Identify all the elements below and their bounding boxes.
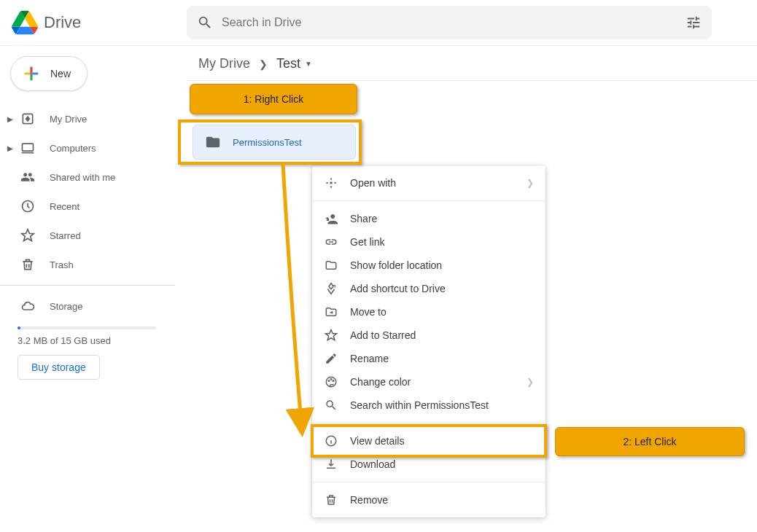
- storage-text: 3.2 MB of 15 GB used: [18, 335, 175, 346]
- search-input[interactable]: [222, 16, 686, 29]
- expand-icon: ▶: [7, 115, 16, 123]
- annotation-step1: 1: Right Click: [190, 84, 357, 114]
- menu-open-with[interactable]: Open with ❯: [312, 171, 546, 195]
- menu-share[interactable]: Share: [312, 207, 546, 230]
- move-icon: [324, 305, 338, 318]
- rename-icon: [324, 352, 338, 365]
- divider: [0, 285, 175, 286]
- star-icon: [19, 228, 36, 243]
- recent-icon: [19, 199, 36, 214]
- expand-icon: ▶: [7, 144, 16, 152]
- nav-label: Starred: [50, 230, 81, 241]
- breadcrumb-current[interactable]: Test ▼: [276, 56, 312, 71]
- sidebar-item-starred[interactable]: Starred: [0, 221, 175, 250]
- menu-label: Search within PermissionsTest: [350, 399, 489, 411]
- context-menu: Open with ❯ Share Get link Show folder l…: [312, 165, 546, 517]
- storage-bar: [18, 326, 156, 329]
- nav-label: Storage: [50, 301, 83, 312]
- search-icon: [197, 15, 213, 31]
- app-name: Drive: [44, 13, 81, 32]
- link-icon: [324, 235, 338, 249]
- chevron-right-icon: ❯: [527, 178, 534, 188]
- menu-label: Change color: [350, 376, 411, 388]
- new-button[interactable]: New: [10, 56, 88, 91]
- star-icon: [324, 329, 338, 342]
- chevron-down-icon: ▼: [305, 60, 312, 68]
- menu-divider: [312, 423, 546, 423]
- menu-divider: [312, 200, 546, 201]
- menu-add-starred[interactable]: Add to Starred: [312, 324, 546, 347]
- folder-icon: [324, 259, 338, 272]
- svg-point-4: [328, 380, 330, 382]
- main: My Drive ❯ Test ▼ PermissionsTest: [187, 46, 757, 81]
- new-button-label: New: [50, 68, 71, 79]
- my-drive-icon: [19, 112, 36, 126]
- menu-search-within[interactable]: Search within PermissionsTest: [312, 394, 546, 417]
- sidebar-item-trash[interactable]: Trash: [0, 250, 175, 279]
- trash-icon: [19, 257, 36, 272]
- nav-label: Trash: [50, 259, 74, 270]
- svg-point-5: [330, 379, 332, 380]
- trash-icon: [324, 493, 338, 506]
- menu-add-shortcut[interactable]: Add shortcut to Drive: [312, 277, 546, 300]
- logo-wrap[interactable]: Drive: [12, 9, 187, 36]
- menu-divider: [312, 482, 546, 482]
- info-icon: [324, 434, 338, 447]
- folder-icon: [205, 134, 221, 150]
- sidebar-item-computers[interactable]: ▶ Computers: [0, 133, 175, 163]
- svg-rect-1: [23, 144, 34, 151]
- sidebar-item-shared[interactable]: Shared with me: [0, 163, 175, 192]
- tune-icon[interactable]: [686, 15, 702, 31]
- search-bar[interactable]: [187, 6, 712, 39]
- menu-download[interactable]: Download: [312, 453, 546, 476]
- computers-icon: [19, 141, 36, 155]
- menu-label: Download: [350, 458, 395, 470]
- menu-rename[interactable]: Rename: [312, 347, 546, 370]
- menu-remove[interactable]: Remove: [312, 488, 546, 512]
- svg-point-6: [333, 380, 334, 382]
- menu-label: Rename: [350, 353, 389, 364]
- breadcrumb: My Drive ❯ Test ▼: [187, 56, 757, 81]
- cloud-icon: [19, 299, 36, 313]
- chevron-right-icon: ❯: [259, 58, 268, 70]
- menu-change-color[interactable]: Change color ❯: [312, 370, 546, 394]
- header: Drive: [0, 0, 757, 46]
- menu-label: Add shortcut to Drive: [350, 283, 446, 294]
- shared-icon: [19, 170, 36, 184]
- search-icon: [324, 399, 338, 412]
- menu-label: Share: [350, 213, 377, 224]
- shortcut-icon: [324, 282, 338, 295]
- menu-label: Move to: [350, 306, 387, 318]
- menu-get-link[interactable]: Get link: [312, 230, 546, 254]
- menu-view-details[interactable]: View details: [312, 429, 546, 453]
- palette-icon: [324, 375, 338, 388]
- menu-label: View details: [350, 435, 404, 447]
- plus-icon: [21, 63, 42, 84]
- menu-label: Add to Starred: [350, 329, 416, 341]
- folder-name: PermissionsTest: [233, 137, 302, 148]
- nav-label: Computers: [50, 143, 96, 154]
- sidebar-item-storage[interactable]: Storage: [0, 292, 175, 321]
- menu-show-location[interactable]: Show folder location: [312, 254, 546, 277]
- menu-label: Remove: [350, 494, 388, 506]
- breadcrumb-current-label: Test: [276, 56, 300, 71]
- nav-list: ▶ My Drive ▶ Computers Shared with me: [0, 104, 175, 380]
- menu-label: Get link: [350, 236, 384, 248]
- buy-storage-button[interactable]: Buy storage: [18, 355, 100, 380]
- breadcrumb-root[interactable]: My Drive: [198, 56, 250, 71]
- annotation-step2: 2: Left Click: [555, 427, 745, 456]
- open-with-icon: [324, 176, 338, 189]
- nav-label: Shared with me: [50, 172, 115, 183]
- chevron-right-icon: ❯: [527, 377, 534, 387]
- download-icon: [324, 458, 338, 471]
- sidebar-item-recent[interactable]: Recent: [0, 192, 175, 221]
- nav-label: My Drive: [50, 114, 87, 125]
- menu-label: Open with: [350, 177, 396, 189]
- share-icon: [324, 212, 338, 225]
- nav-label: Recent: [50, 201, 79, 212]
- menu-move-to[interactable]: Move to: [312, 300, 546, 324]
- folder-permissions-test[interactable]: PermissionsTest: [193, 125, 356, 160]
- drive-logo-icon: [12, 9, 38, 36]
- sidebar: New ▶ My Drive ▶ Computers Shared with m…: [0, 46, 175, 380]
- sidebar-item-my-drive[interactable]: ▶ My Drive: [0, 104, 175, 133]
